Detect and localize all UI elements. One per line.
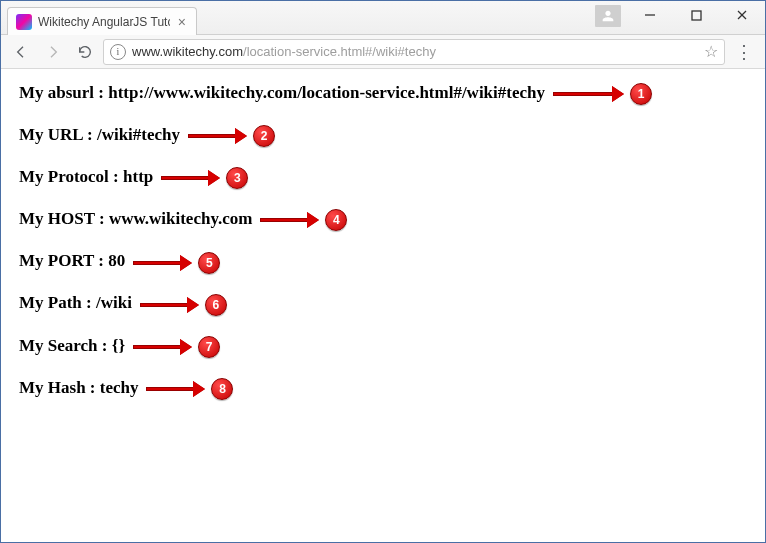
annotation-badge: 1 (630, 83, 652, 105)
annotation: 3 (161, 167, 248, 189)
window-minimize-button[interactable] (627, 1, 673, 29)
arrow-shaft-icon (161, 176, 209, 180)
output-row: My Hash : techy8 (19, 378, 747, 400)
forward-button[interactable] (39, 38, 67, 66)
arrow-head-icon (193, 381, 205, 397)
output-row: My absurl : http://www.wikitechy.com/loc… (19, 83, 747, 105)
annotation-badge: 3 (226, 167, 248, 189)
annotation-badge: 7 (198, 336, 220, 358)
bookmark-star-icon[interactable]: ☆ (704, 42, 718, 61)
arrow-head-icon (180, 255, 192, 271)
annotation: 1 (553, 83, 652, 105)
output-value: 80 (108, 251, 125, 270)
output-label: My Hash : (19, 378, 100, 397)
output-value: http (123, 167, 153, 186)
output-label: My Protocol : (19, 167, 123, 186)
browser-toolbar: i www.wikitechy.com/location-service.htm… (1, 35, 765, 69)
arrow-head-icon (612, 86, 624, 102)
arrow-shaft-icon (188, 134, 236, 138)
arrow-head-icon (235, 128, 247, 144)
svg-rect-1 (692, 11, 701, 20)
favicon-icon (16, 14, 32, 30)
output-row: My Protocol : http3 (19, 167, 747, 189)
annotation: 6 (140, 294, 227, 316)
back-button[interactable] (7, 38, 35, 66)
annotation: 5 (133, 251, 220, 273)
arrow-shaft-icon (146, 387, 194, 391)
output-label: My absurl : (19, 83, 108, 102)
page-content: My absurl : http://www.wikitechy.com/loc… (1, 69, 765, 434)
arrow-shaft-icon (133, 261, 181, 265)
annotation-badge: 6 (205, 294, 227, 316)
output-label: My HOST : (19, 209, 109, 228)
output-value: /wiki#techy (97, 125, 180, 144)
arrow-shaft-icon (553, 92, 613, 96)
window-maximize-button[interactable] (673, 1, 719, 29)
annotation-badge: 5 (198, 252, 220, 274)
arrow-head-icon (307, 212, 319, 228)
arrow-head-icon (180, 339, 192, 355)
browser-tabstrip: Wikitechy AngularJS Tuto × (1, 1, 765, 35)
annotation: 8 (146, 378, 233, 400)
output-row: My Search : {}7 (19, 336, 747, 358)
output-label: My PORT : (19, 251, 108, 270)
annotation: 4 (260, 209, 347, 231)
window-controls (595, 1, 765, 34)
tab-close-icon[interactable]: × (176, 14, 188, 30)
annotation-badge: 8 (211, 378, 233, 400)
output-value: http://www.wikitechy.com/location-servic… (108, 83, 545, 102)
output-value: techy (100, 378, 139, 397)
tab-title: Wikitechy AngularJS Tuto (38, 15, 170, 29)
arrow-shaft-icon (133, 345, 181, 349)
arrow-head-icon (208, 170, 220, 186)
arrow-shaft-icon (260, 218, 308, 222)
annotation: 2 (188, 125, 275, 147)
browser-tab[interactable]: Wikitechy AngularJS Tuto × (7, 7, 197, 35)
output-value: /wiki (96, 293, 132, 312)
output-label: My URL : (19, 125, 97, 144)
output-label: My Search : (19, 336, 112, 355)
annotation: 7 (133, 336, 220, 358)
output-value: www.wikitechy.com (109, 209, 253, 228)
arrow-shaft-icon (140, 303, 188, 307)
arrow-head-icon (187, 297, 199, 313)
reload-button[interactable] (71, 38, 99, 66)
output-row: My HOST : www.wikitechy.com4 (19, 209, 747, 231)
site-info-icon[interactable]: i (110, 44, 126, 60)
output-row: My Path : /wiki6 (19, 293, 747, 315)
annotation-badge: 2 (253, 125, 275, 147)
output-row: My PORT : 805 (19, 251, 747, 273)
window-close-button[interactable] (719, 1, 765, 29)
output-row: My URL : /wiki#techy2 (19, 125, 747, 147)
browser-menu-button[interactable]: ⋮ (729, 38, 759, 66)
url-text: www.wikitechy.com/location-service.html#… (132, 44, 698, 59)
annotation-badge: 4 (325, 209, 347, 231)
user-avatar-icon[interactable] (595, 5, 621, 27)
output-label: My Path : (19, 293, 96, 312)
address-bar[interactable]: i www.wikitechy.com/location-service.htm… (103, 39, 725, 65)
output-value: {} (112, 336, 125, 355)
